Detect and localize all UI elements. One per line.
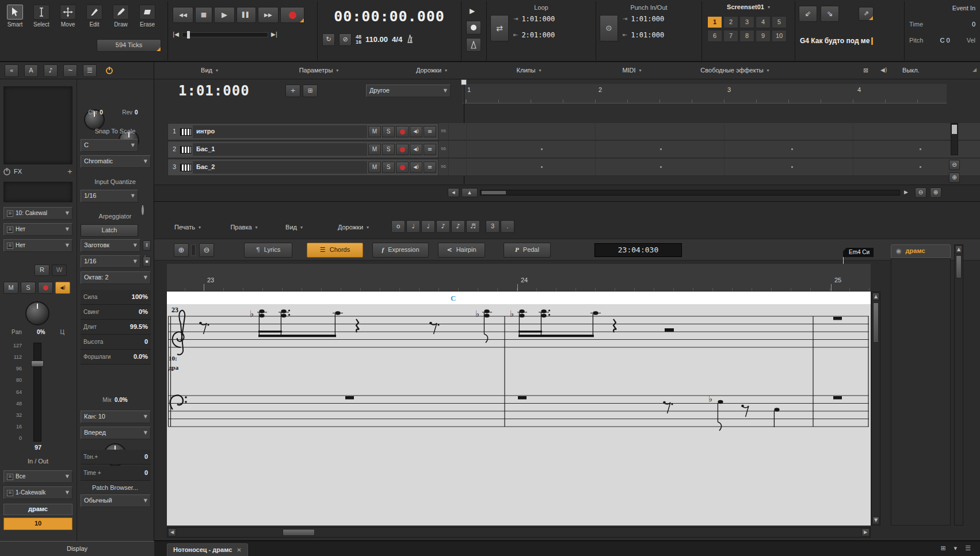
input-echo-icon[interactable]: ◀) bbox=[410, 126, 422, 137]
tool-smart[interactable]: Smart bbox=[2, 5, 28, 28]
horizontal-scroll-thumb[interactable] bbox=[482, 191, 506, 194]
close-tab-icon[interactable]: ✕ bbox=[237, 547, 241, 554]
notation-svg[interactable]: 23 10: дра bbox=[167, 304, 871, 526]
pedal-button[interactable]: P Pedal bbox=[504, 243, 551, 258]
collapse-panel-icon[interactable]: « bbox=[5, 64, 18, 77]
arm-record-button[interactable] bbox=[396, 144, 409, 155]
staff-track-list-panel[interactable] bbox=[891, 258, 951, 526]
track-name-field[interactable]: драмс bbox=[3, 504, 73, 515]
audio-echo-icon[interactable]: ◀) bbox=[880, 67, 887, 74]
event-pitch-value[interactable]: C 0 bbox=[940, 37, 950, 44]
fx-bypass-label[interactable]: Выкл. bbox=[902, 67, 920, 74]
play-button[interactable]: ▶ bbox=[214, 7, 235, 23]
mute-button[interactable]: M bbox=[368, 126, 381, 137]
now-time-display[interactable]: 00:00:00.000 bbox=[318, 8, 461, 25]
input-echo-icon[interactable]: ◀) bbox=[410, 162, 422, 173]
panel-vertical-scrollbar[interactable]: ▲ bbox=[954, 244, 963, 526]
arp-preset-dropdown[interactable]: Заготовк▼ bbox=[81, 239, 140, 252]
previous-marker-button[interactable]: ⇙ bbox=[799, 6, 817, 22]
screenset-8[interactable]: 8 bbox=[739, 30, 754, 42]
duration-sixteenth-button[interactable]: ♪ bbox=[451, 220, 465, 233]
inspector-power-icon[interactable] bbox=[106, 67, 113, 74]
play-options-icon[interactable]: ▶ bbox=[470, 7, 475, 15]
arm-record-button[interactable] bbox=[396, 162, 409, 173]
patch-browser-link[interactable]: Patch Browser... bbox=[78, 484, 152, 492]
duration-whole-button[interactable]: o bbox=[391, 220, 405, 233]
record-button[interactable] bbox=[280, 7, 304, 23]
expand-chevron-icon[interactable]: ≡ bbox=[424, 162, 436, 173]
scroll-right-icon[interactable]: ▶ bbox=[861, 528, 870, 536]
tab-menu-caret-icon[interactable]: ▾ bbox=[954, 545, 958, 552]
menu-midi[interactable]: MIDI▾ bbox=[622, 67, 641, 74]
track-lane[interactable]: 96 bbox=[438, 159, 980, 176]
key-offset-row[interactable]: Тон.+0 bbox=[81, 450, 151, 465]
eraser-tool-icon[interactable] bbox=[139, 5, 155, 20]
track-filter-dropdown[interactable]: Другое▼ bbox=[366, 85, 451, 97]
staff-zoom-out-button[interactable]: ⊖ bbox=[199, 243, 214, 257]
staff-zoom-in-button[interactable]: ⊕ bbox=[174, 243, 189, 257]
score-horizontal-scrollbar[interactable]: ◀ ▶ bbox=[167, 527, 871, 538]
swing-param-row[interactable]: Свинг0% bbox=[81, 305, 151, 320]
staff-view-tab[interactable]: Нотоносец - драмс ✕ bbox=[167, 543, 248, 556]
track-name[interactable]: Бас_1 bbox=[193, 143, 367, 156]
solo-button[interactable]: S bbox=[382, 162, 395, 173]
ibeam-tool-icon[interactable] bbox=[33, 5, 49, 20]
zoom-in-button[interactable]: ⊕ bbox=[930, 187, 941, 198]
automation-read-button[interactable]: R bbox=[35, 264, 49, 276]
menu-tracks[interactable]: Дорожки▾ bbox=[416, 67, 447, 74]
screenset-5[interactable]: 5 bbox=[772, 16, 787, 28]
track-row[interactable]: 3 Бас_2 M S ◀) ≡ bbox=[167, 159, 438, 176]
volume-value[interactable]: 97 bbox=[0, 444, 76, 451]
scroll-up-icon[interactable]: ▲ bbox=[955, 246, 962, 254]
input-all-dropdown[interactable]: ⊞ Все ▼ bbox=[3, 470, 73, 483]
punch-out-time[interactable]: 1:01:000 bbox=[631, 31, 664, 39]
arp-preset-spinner[interactable]: ↕ bbox=[143, 240, 151, 251]
sync-icon[interactable]: ↻ bbox=[322, 33, 335, 46]
go-to-end-button[interactable]: ▶| bbox=[271, 31, 277, 38]
stop-button[interactable]: ■ bbox=[195, 7, 212, 23]
now-time-bar-display[interactable]: 1:01:000 bbox=[178, 83, 250, 99]
smart-tool-icon[interactable] bbox=[7, 5, 23, 20]
latch-button[interactable]: Latch bbox=[81, 224, 138, 237]
add-marker-button[interactable]: ⇗ bbox=[859, 7, 874, 21]
staff-marker-flag[interactable]: Em4 Си bbox=[843, 248, 874, 257]
screenset-title[interactable]: Screenset01 bbox=[727, 3, 764, 11]
rest[interactable] bbox=[833, 396, 842, 400]
score-paper[interactable]: 23 10: дра bbox=[167, 304, 871, 526]
scroll-left-icon[interactable]: ◀ bbox=[168, 528, 176, 536]
duration-eighth-button[interactable]: ♪ bbox=[436, 220, 450, 233]
playhead-handle[interactable] bbox=[461, 79, 467, 85]
staff-position-display[interactable]: 23:04:030 bbox=[594, 243, 682, 257]
expand-chevron-icon[interactable]: ≡ bbox=[424, 144, 436, 155]
duration-thirtysecond-button[interactable]: ♬ bbox=[466, 220, 480, 233]
pencil-tool-icon[interactable] bbox=[113, 5, 129, 20]
horizontal-scrollbar[interactable] bbox=[480, 190, 900, 195]
input-echo-icon[interactable]: ◀) bbox=[410, 144, 422, 155]
add-track-button[interactable]: + bbox=[285, 85, 300, 97]
time-offset-row[interactable]: Time +0 bbox=[81, 466, 151, 481]
pan-knob[interactable] bbox=[25, 301, 49, 325]
display-tab[interactable]: Display bbox=[0, 541, 154, 556]
rest[interactable] bbox=[345, 396, 354, 400]
arp-octave-dropdown[interactable]: Октав: 2▼ bbox=[81, 271, 151, 284]
staff-menu-view[interactable]: Вид▾ bbox=[285, 224, 303, 231]
chorus-value[interactable]: 0 bbox=[100, 109, 103, 116]
fast-forward-button[interactable]: ▶▶ bbox=[258, 7, 279, 23]
lyrics-button[interactable]: ¶ Lyrics bbox=[244, 243, 292, 258]
key-dropdown[interactable]: C▼ bbox=[81, 139, 138, 152]
output-send-dropdown-2[interactable]: ⊞ Нет ▼ bbox=[3, 239, 73, 252]
vertical-scroll-thumb[interactable] bbox=[952, 125, 957, 134]
mix-value[interactable]: 0.0% bbox=[115, 397, 128, 404]
tool-select[interactable]: Select bbox=[29, 5, 54, 28]
tool-erase[interactable]: Erase bbox=[135, 5, 160, 28]
rest[interactable] bbox=[833, 317, 842, 320]
rest[interactable] bbox=[518, 396, 527, 400]
menu-fx[interactable]: Свободные эффекты▾ bbox=[700, 67, 769, 74]
arp-rate-lock-icon[interactable]: ▪ bbox=[143, 256, 151, 267]
note-properties-icon[interactable]: ♪ bbox=[44, 64, 58, 77]
zoom-out-button[interactable]: ⊖ bbox=[915, 187, 926, 198]
duration-quarter-button[interactable]: ♩ bbox=[421, 220, 435, 233]
track-lane[interactable]: 96 bbox=[438, 141, 980, 158]
track-row[interactable]: 2 Бас_1 M S ◀) ≡ bbox=[167, 141, 438, 158]
dock-window-icon[interactable]: ⊞ bbox=[940, 545, 945, 552]
